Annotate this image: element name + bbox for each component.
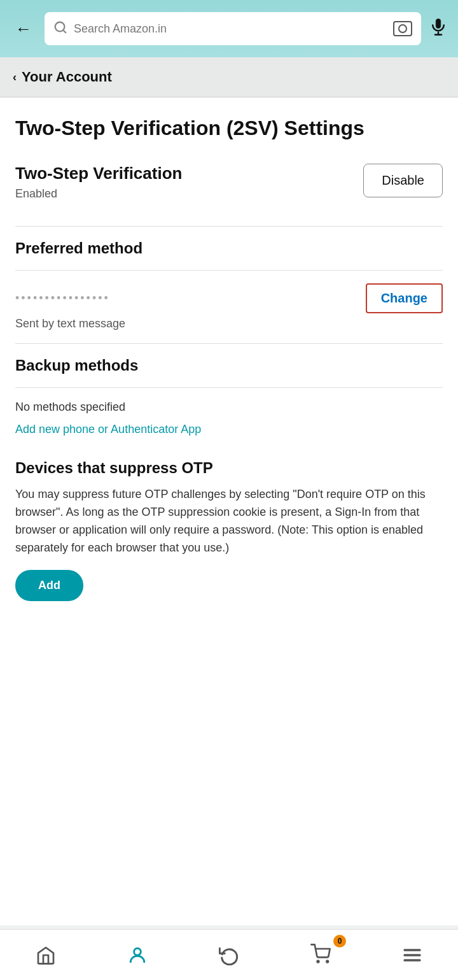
returns-icon <box>219 945 239 965</box>
tsv-info: Two-Step Verification Enabled <box>15 164 182 201</box>
divider-3 <box>15 343 443 344</box>
breadcrumb-label: Your Account <box>22 69 112 85</box>
home-icon <box>36 945 56 965</box>
breadcrumb[interactable]: ‹ Your Account <box>0 57 458 97</box>
nav-returns[interactable] <box>209 940 249 970</box>
menu-icon <box>402 945 422 965</box>
svg-line-1 <box>63 30 66 32</box>
divider-4 <box>15 387 443 388</box>
camera-icon[interactable] <box>393 21 412 36</box>
preferred-method-section: Preferred method •••••••••••••••• Change… <box>15 239 443 330</box>
devices-title: Devices that suppress OTP <box>15 459 443 477</box>
tsv-heading: Two-Step Verification <box>15 164 182 183</box>
back-button[interactable]: ← <box>10 17 37 41</box>
sent-by-text: Sent by text message <box>15 317 443 330</box>
nav-account[interactable] <box>117 940 158 970</box>
main-content: Two-Step Verification (2SV) Settings Two… <box>0 97 458 925</box>
add-backup-link[interactable]: Add new phone or Authenticator App <box>15 423 201 436</box>
svg-point-6 <box>317 960 319 962</box>
nav-cart[interactable]: 0 <box>300 939 341 972</box>
preferred-method-title: Preferred method <box>15 239 443 257</box>
devices-description: You may suppress future OTP challenges b… <box>15 486 443 557</box>
divider-1 <box>15 226 443 227</box>
backup-methods-title: Backup methods <box>15 357 443 374</box>
account-icon <box>127 945 148 965</box>
phone-masked: •••••••••••••••• <box>15 292 350 305</box>
nav-menu[interactable] <box>392 940 433 970</box>
mic-icon[interactable] <box>429 17 448 41</box>
tsv-status: Enabled <box>15 187 182 201</box>
divider-2 <box>15 270 443 271</box>
bottom-navigation: 0 <box>0 929 458 980</box>
tsv-section: Two-Step Verification Enabled Disable <box>15 164 443 201</box>
header: ← <box>0 0 458 57</box>
cart-icon <box>310 944 331 964</box>
cart-badge: 0 <box>333 935 346 948</box>
disable-button[interactable]: Disable <box>363 164 443 197</box>
no-methods-text: No methods specified <box>15 401 443 414</box>
search-input[interactable] <box>74 22 387 36</box>
devices-section: Devices that suppress OTP You may suppre… <box>15 459 443 601</box>
svg-point-7 <box>326 960 328 962</box>
search-icon <box>53 20 67 38</box>
backup-methods-section: Backup methods No methods specified Add … <box>15 357 443 436</box>
change-button[interactable]: Change <box>366 283 443 313</box>
svg-point-5 <box>134 948 141 955</box>
page-title: Two-Step Verification (2SV) Settings <box>15 115 443 141</box>
search-bar[interactable] <box>45 12 421 45</box>
svg-rect-2 <box>436 18 441 28</box>
add-device-button[interactable]: Add <box>15 570 83 601</box>
preferred-method-row: •••••••••••••••• Change <box>15 283 443 313</box>
breadcrumb-chevron-icon: ‹ <box>13 71 17 84</box>
nav-home[interactable] <box>25 940 66 970</box>
